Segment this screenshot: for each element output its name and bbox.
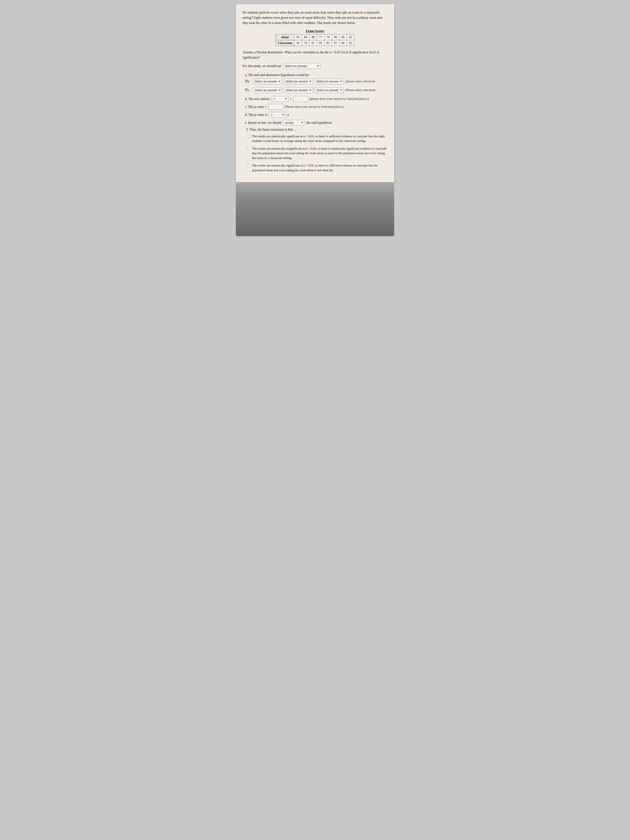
h0-sub: 0 xyxy=(248,81,249,84)
table-title: Exam Scores xyxy=(306,29,324,33)
part-b-row: b. The test statistic ? t z F = (please … xyxy=(245,96,387,102)
h1-hint: (Please enter a decimal) xyxy=(346,88,376,92)
classroom-score-3: 91 xyxy=(309,40,317,46)
conclusion-text-1: The results are statistically significan… xyxy=(252,134,387,143)
h1-sub: 1 xyxy=(248,89,249,93)
conclusion-option-2: The results are statistically insignific… xyxy=(247,146,387,160)
part-e-row: e. Based on this, we should accept rejec… xyxy=(245,120,387,126)
classroom-score-4: 85 xyxy=(317,40,324,46)
h1-select-1[interactable]: Select an answer μ_d μ₁ μ₂ xyxy=(253,87,282,93)
h0-select-3[interactable]: Select an answer 0 μ₁ μ₂ xyxy=(314,79,344,84)
alone-score-4: 77 xyxy=(317,35,324,40)
table-header-label: Alone xyxy=(276,35,294,40)
test-statistic-select[interactable]: ? t z F xyxy=(272,96,288,102)
pvalue-input[interactable] xyxy=(268,104,283,110)
study-row: For this study, we should use Select an … xyxy=(243,63,387,69)
part-b-hint: (please show your answer to 3 decimal pl… xyxy=(310,97,369,101)
h1-select-2[interactable]: Select an answer = ≠ < > xyxy=(284,87,313,93)
classroom-score-5: 82 xyxy=(324,40,332,46)
assume-paragraph: Assume a Normal distribution. What can b… xyxy=(243,50,387,60)
h0-hint: (please enter a decimal) xyxy=(346,80,375,83)
classroom-score-7: 86 xyxy=(339,40,347,46)
part-f-section: f. Thus, the final conclusion is that ..… xyxy=(247,128,387,173)
test-statistic-input[interactable] xyxy=(294,96,308,102)
alpha-symbol: α xyxy=(287,113,289,117)
conclusion-radio-3[interactable] xyxy=(247,164,250,167)
alone-score-1: 85 xyxy=(294,35,302,40)
exam-scores-table: Alone 85 84 90 77 79 90 86 82 Classroom … xyxy=(276,34,354,46)
part-f-label: f. Thus, the final conclusion is that ..… xyxy=(247,128,387,131)
table-header-classroom: Classroom xyxy=(276,40,294,46)
conclusion-radio-2[interactable] xyxy=(247,147,250,150)
classroom-score-2: 78 xyxy=(302,40,309,46)
conclusion-option-1: The results are statistically significan… xyxy=(247,134,387,143)
main-content: Do students perform worse when they take… xyxy=(236,4,394,182)
part-c-hint: (Please show your answer to 4 decimal pl… xyxy=(285,105,344,109)
accept-reject-select[interactable]: accept reject fail to reject xyxy=(283,120,305,126)
study-select[interactable]: Select an answer a paired t-test a two-s… xyxy=(283,63,321,69)
classroom-score-1: 92 xyxy=(294,40,302,46)
h1-symbol: H1: xyxy=(245,88,251,93)
part-c-row: c. The p-value = (Please show your answe… xyxy=(245,104,387,110)
part-c-label: c. The p-value = xyxy=(245,105,267,109)
h0-select-2[interactable]: Select an answer = ≠ < > xyxy=(284,79,313,84)
part-a-label: a. The null and alternative hypotheses w… xyxy=(245,73,387,77)
part-b-label: b. The test statistic xyxy=(245,97,270,101)
background-surface xyxy=(236,182,394,236)
conclusion-radio-1[interactable] xyxy=(247,134,250,138)
alone-score-8: 82 xyxy=(347,35,354,40)
conclusion-text-2: The results are statistically insignific… xyxy=(252,146,387,160)
alone-score-2: 84 xyxy=(302,35,309,40)
study-prefix: For this study, we should use xyxy=(243,64,281,68)
exam-scores-section: Exam Scores Alone 85 84 90 77 79 90 86 8… xyxy=(243,29,387,46)
classroom-score-6: 91 xyxy=(332,40,339,46)
part-e-label: e. Based on this, we should xyxy=(245,121,281,125)
h0-row: H0: Select an answer μ_d μ₁ μ₂ Select an… xyxy=(245,79,387,84)
conclusion-option-3: The results are statistically significan… xyxy=(247,163,387,172)
part-e-suffix: the null hypothesis. xyxy=(306,121,333,125)
alone-score-7: 86 xyxy=(339,35,347,40)
conclusion-text-3: The results are statistically significan… xyxy=(252,163,387,172)
part-d-label: d. The p-value is xyxy=(245,113,267,117)
h0-symbol: H0: xyxy=(245,79,251,84)
h0-select-1[interactable]: Select an answer μ_d μ₁ μ₂ xyxy=(253,79,282,84)
alone-score-5: 79 xyxy=(324,35,332,40)
part-d-row: d. The p-value is ≤ ≥ < > α xyxy=(245,112,387,118)
alone-score-3: 90 xyxy=(309,35,317,40)
pvalue-comparison-select[interactable]: ≤ ≥ < > xyxy=(269,112,286,118)
h1-row: H1: Select an answer μ_d μ₁ μ₂ Select an… xyxy=(245,87,387,93)
alone-score-6: 90 xyxy=(332,35,339,40)
classroom-score-8: 83 xyxy=(347,40,354,46)
equals-sign: = xyxy=(290,97,292,101)
intro-paragraph: Do students perform worse when they take… xyxy=(243,10,387,25)
h1-select-3[interactable]: Select an answer 0 μ₁ μ₂ xyxy=(314,87,344,93)
